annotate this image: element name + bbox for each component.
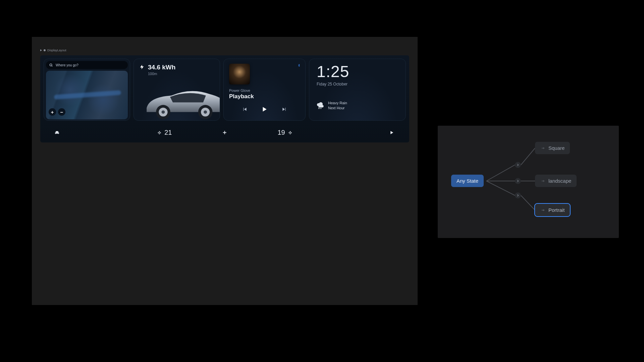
media-track: Playback — [229, 93, 300, 100]
energy-header: 34.6 kWh 100m — [134, 59, 220, 76]
media-controls — [229, 106, 300, 113]
climate-controls: 21 19 — [157, 129, 292, 136]
state-node-square[interactable]: Square — [535, 142, 570, 154]
svg-point-0 — [50, 64, 52, 66]
zoom-in-button[interactable]: + — [49, 108, 56, 116]
zoom-out-button[interactable]: − — [58, 108, 65, 116]
svg-line-15 — [486, 165, 515, 181]
map-zoom-controls: + − — [49, 108, 65, 116]
energy-card[interactable]: 34.6 kWh 100m — [133, 59, 220, 121]
state-node-root[interactable]: Any State — [451, 175, 484, 187]
graph-port[interactable] — [515, 178, 521, 184]
car-icon — [54, 130, 60, 135]
svg-point-11 — [159, 132, 160, 133]
climate-right[interactable]: 19 — [278, 129, 292, 136]
state-node-label: landscape — [548, 178, 571, 184]
bottom-bar: 21 19 — [44, 123, 406, 142]
svg-line-20 — [521, 195, 535, 210]
bolt-icon — [139, 64, 145, 70]
artboard: DisplayLayout Where you go? + − — [32, 37, 418, 305]
svg-line-17 — [486, 181, 515, 195]
search-icon — [49, 63, 53, 67]
hmi-screen: Where you go? + − 34.6 kWh 100m — [40, 55, 409, 142]
state-node-label: Square — [548, 145, 565, 151]
energy-value: 34.6 kWh — [148, 64, 175, 71]
svg-line-1 — [52, 65, 52, 66]
media-card[interactable]: Power Glove Playback — [223, 59, 306, 121]
album-art — [229, 64, 250, 84]
prev-track-button[interactable] — [242, 107, 248, 112]
clock-date: Fiday 25 October — [317, 82, 398, 86]
svg-line-8 — [319, 108, 319, 109]
svg-line-9 — [320, 108, 320, 109]
svg-line-18 — [521, 148, 535, 165]
play-icon — [389, 130, 394, 135]
svg-line-10 — [321, 108, 321, 109]
play-icon — [40, 49, 42, 51]
arrow-right-icon — [540, 179, 546, 183]
bluetooth-icon — [298, 63, 301, 68]
rain-icon — [317, 102, 324, 109]
svg-point-4 — [162, 110, 165, 114]
fan-right-icon — [288, 130, 292, 135]
arrow-right-icon — [540, 208, 546, 212]
graph-port[interactable] — [515, 162, 521, 168]
state-node-label: Portrait — [548, 207, 565, 213]
add-button[interactable] — [222, 130, 227, 135]
climate-left[interactable]: 21 — [157, 129, 172, 136]
energy-distance: 100m — [148, 72, 175, 76]
state-graph-panel: Any State Square landscape Portrait — [438, 126, 619, 238]
weather-line1: Heavy Rain — [328, 101, 347, 106]
map-search-placeholder: Where you go? — [56, 63, 78, 67]
graph-port[interactable] — [515, 192, 521, 198]
car-image — [144, 82, 220, 120]
breadcrumb[interactable]: DisplayLayout — [40, 49, 66, 52]
climate-right-temp: 19 — [278, 129, 285, 136]
state-node-portrait[interactable]: Portrait — [535, 204, 570, 216]
media-artist: Power Glove — [229, 88, 300, 93]
clock-card[interactable]: 1:25 Fiday 25 October Heavy Rain Next Ho… — [309, 59, 406, 121]
dot-icon — [44, 49, 46, 51]
plus-icon — [222, 130, 227, 135]
fan-left-icon — [157, 130, 162, 135]
play-button[interactable] — [261, 106, 267, 113]
state-node-root-label: Any State — [457, 178, 478, 184]
arrow-right-icon — [540, 146, 546, 150]
svg-point-7 — [204, 110, 207, 114]
state-node-landscape[interactable]: landscape — [535, 175, 577, 187]
breadcrumb-label: DisplayLayout — [47, 49, 66, 52]
map-card[interactable]: Where you go? + − — [44, 59, 130, 121]
card-row: Where you go? + − 34.6 kWh 100m — [44, 59, 406, 121]
weather: Heavy Rain Next Hour — [317, 101, 398, 111]
svg-point-14 — [290, 132, 290, 133]
next-track-button[interactable] — [281, 107, 287, 112]
clock-time: 1:25 — [317, 64, 398, 80]
map-search-input[interactable]: Where you go? — [46, 61, 128, 69]
vehicle-button[interactable] — [54, 130, 60, 135]
climate-left-temp: 21 — [164, 129, 172, 136]
play-mini-button[interactable] — [389, 130, 394, 135]
weather-line2: Next Hour — [328, 106, 347, 111]
